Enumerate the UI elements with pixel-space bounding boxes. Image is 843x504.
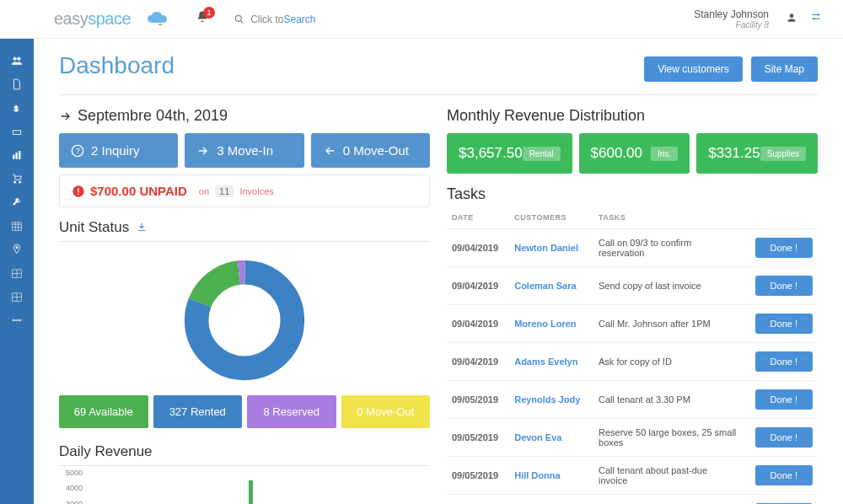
table-row: 11/05/2019 Harmon Brent call mr harmon n… (447, 495, 818, 505)
svg-point-2 (790, 13, 794, 18)
table-row: 09/04/2019 Newton Daniel Call on 09/3 to… (447, 229, 818, 267)
table-row: 09/05/2019 Reynolds Jody Call tenant at … (447, 381, 818, 419)
done-button[interactable]: Done ! (755, 351, 813, 372)
user-icon[interactable] (786, 12, 797, 26)
daily-revenue-title: Daily Revenue (59, 443, 430, 466)
user-name: Stanley Johnson (694, 8, 769, 20)
stat-inquiry[interactable]: ? 2 Inquiry (59, 133, 178, 168)
col-date: DATE (447, 206, 509, 229)
svg-rect-35 (78, 193, 78, 194)
svg-point-8 (18, 57, 20, 61)
sidebar-item-units[interactable] (0, 120, 34, 143)
revenue-supplies[interactable]: $331.25 Supplies (696, 133, 818, 174)
stat-moveout-units[interactable]: 0 Move-Out (341, 395, 431, 428)
col-customers: CUSTOMERS (509, 206, 593, 229)
stat-reserved[interactable]: 8 Reserved (247, 395, 336, 428)
svg-point-0 (235, 15, 241, 21)
sidebar-item-calendar[interactable] (0, 214, 34, 238)
customer-link[interactable]: Adams Evelyn (509, 343, 593, 381)
svg-point-5 (817, 13, 819, 15)
sidebar-item-location[interactable] (0, 238, 34, 261)
stat-rented[interactable]: 327 Rented (153, 395, 243, 428)
done-button[interactable]: Done ! (755, 314, 813, 334)
notification-badge: 1 (203, 7, 215, 19)
svg-point-21 (16, 247, 18, 249)
user-facility: Facility 8 (694, 20, 769, 29)
monthly-dist-title: Monthly Revenue Distribution (447, 107, 818, 125)
stat-available[interactable]: 69 Available (59, 395, 148, 428)
page-title: Dashboard (59, 52, 175, 79)
done-button[interactable]: Done ! (755, 389, 813, 410)
date-header: Septembre 04th, 2019 (59, 107, 430, 125)
table-row: 09/05/2019 Hill Donna Call tenant about … (447, 457, 818, 495)
tasks-table: DATE CUSTOMERS TASKS 09/04/2019 Newton D… (447, 206, 818, 504)
daily-revenue-chart: 010002000300040005000 123456789101112131… (59, 473, 430, 504)
customer-link[interactable]: Coleman Sara (509, 267, 593, 305)
tasks-title: Tasks (447, 185, 818, 203)
customer-link[interactable]: Moreno Loren (509, 305, 593, 343)
question-icon: ? (71, 144, 84, 158)
sidebar-item-grid2[interactable] (0, 285, 34, 308)
search-icon (234, 13, 245, 25)
svg-rect-10 (13, 131, 20, 135)
sidebar-item-reports[interactable] (0, 143, 34, 167)
stat-movein[interactable]: 3 Move-In (185, 133, 303, 168)
arrow-right-icon (196, 144, 210, 158)
svg-text:?: ? (76, 147, 80, 155)
sidebar-item-documents[interactable] (0, 72, 34, 96)
sidebar: $ (0, 39, 34, 504)
svg-point-14 (14, 181, 16, 183)
table-row: 09/04/2019 Coleman Sara Send copy of las… (447, 267, 818, 305)
table-row: 09/04/2019 Adams Evelyn Ask for copy of … (447, 343, 818, 381)
svg-point-15 (19, 181, 20, 183)
search-input[interactable]: Click to Search (234, 13, 315, 25)
svg-rect-11 (13, 155, 14, 159)
done-button[interactable]: Done ! (755, 465, 813, 485)
customer-link[interactable]: Reynolds Jody (509, 381, 593, 419)
unpaid-banner[interactable]: $700.00 UNPAID on 11 Invoices (59, 174, 430, 207)
sidebar-item-customers[interactable] (0, 49, 34, 72)
arrow-right-icon (59, 110, 72, 123)
stat-moveout[interactable]: 0 Move-Out (311, 133, 430, 168)
customer-link[interactable]: Devon Eva (509, 419, 593, 457)
brand-logo: easyspace (20, 9, 131, 29)
done-button[interactable]: Done ! (755, 238, 813, 258)
download-icon[interactable] (136, 222, 148, 233)
svg-point-7 (13, 57, 16, 61)
svg-point-6 (813, 18, 815, 19)
arrow-left-icon (323, 144, 336, 158)
revenue-rental[interactable]: $3,657.50 Rental (447, 133, 572, 174)
col-tasks: TASKS (593, 206, 743, 229)
notification-bell[interactable]: 1 (195, 10, 210, 28)
svg-text:$: $ (14, 105, 19, 113)
unit-status-title: Unit Status (59, 219, 430, 242)
svg-point-39 (196, 272, 293, 368)
svg-rect-34 (78, 188, 78, 192)
done-button[interactable]: Done ! (755, 276, 813, 296)
table-row: 09/05/2019 Devon Eva Reserve 50 large bo… (447, 419, 818, 457)
done-button[interactable]: Done ! (755, 427, 813, 448)
customer-link[interactable]: Newton Daniel (509, 229, 593, 267)
site-map-button[interactable]: Site Map (751, 56, 818, 82)
revenue-insurance[interactable]: $600.00 Ins. (579, 133, 690, 174)
alert-icon (72, 185, 85, 198)
customer-link[interactable]: Hill Donna (509, 457, 593, 495)
cloud-icon (146, 11, 171, 28)
unit-status-donut (181, 257, 308, 383)
user-block[interactable]: Stanley Johnson Facility 8 (694, 8, 769, 29)
sidebar-item-sales[interactable] (0, 167, 34, 190)
svg-rect-12 (16, 153, 18, 159)
svg-line-1 (241, 20, 244, 23)
svg-rect-13 (19, 151, 20, 158)
settings-icon[interactable] (809, 12, 823, 26)
sidebar-item-ruler[interactable] (0, 308, 34, 332)
view-customers-button[interactable]: View customers (644, 56, 742, 82)
svg-rect-16 (13, 223, 22, 230)
sidebar-item-billing[interactable]: $ (0, 96, 34, 120)
sidebar-item-tools[interactable] (0, 190, 34, 214)
table-row: 09/04/2019 Moreno Loren Call Mr. Johnson… (447, 305, 818, 343)
sidebar-item-grid[interactable] (0, 261, 34, 285)
customer-link[interactable]: Harmon Brent (509, 495, 593, 505)
